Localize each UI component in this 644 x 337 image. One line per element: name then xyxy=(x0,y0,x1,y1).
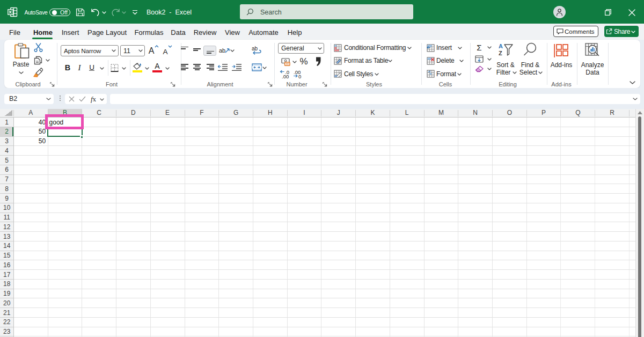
svg-text:.00: .00 xyxy=(282,73,289,78)
svg-text:Z: Z xyxy=(499,50,502,56)
svg-text:A: A xyxy=(499,43,503,49)
svg-text:ab: ab xyxy=(252,46,258,52)
svg-text:0: 0 xyxy=(298,73,301,78)
svg-text:ab: ab xyxy=(219,47,225,54)
